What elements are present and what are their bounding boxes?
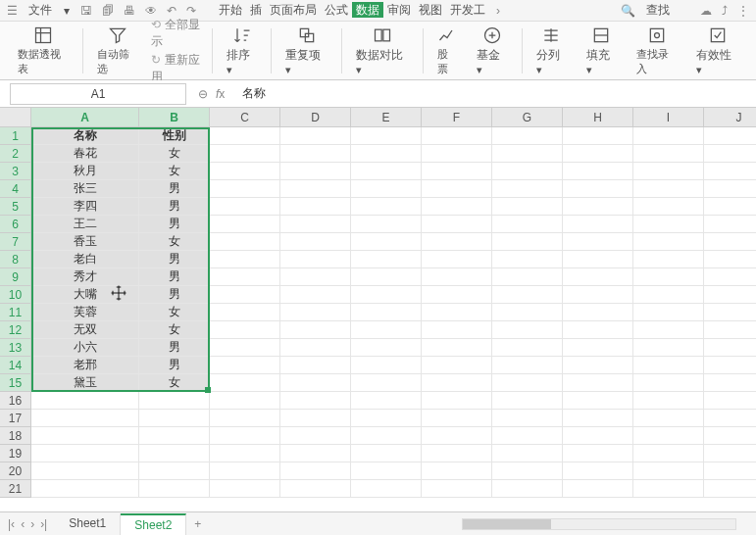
cell[interactable] <box>704 216 756 233</box>
cell[interactable] <box>351 339 422 357</box>
cell[interactable] <box>492 180 563 198</box>
row-header[interactable]: 14 <box>0 357 31 374</box>
stocks-button[interactable]: 股票 <box>428 22 468 79</box>
cell[interactable] <box>704 233 756 251</box>
column-header[interactable]: I <box>633 108 704 127</box>
column-header[interactable]: C <box>210 108 280 127</box>
row-header[interactable]: 18 <box>0 427 31 445</box>
horizontal-scrollbar[interactable] <box>209 518 756 530</box>
cell[interactable]: 女 <box>139 233 210 251</box>
first-sheet-icon[interactable]: |‹ <box>6 517 17 531</box>
autofilter-button[interactable]: 自动筛选 <box>87 22 148 79</box>
cell[interactable] <box>704 392 756 410</box>
cell[interactable]: 女 <box>139 304 210 321</box>
cell[interactable] <box>633 198 704 216</box>
cell[interactable] <box>210 357 280 374</box>
preview-icon[interactable]: 👁 <box>142 4 160 18</box>
menu-tab-2[interactable]: 页面布局 <box>266 3 321 17</box>
cell[interactable] <box>563 321 633 339</box>
menu-tab-6[interactable]: 视图 <box>415 3 446 17</box>
cell[interactable] <box>563 374 633 392</box>
cell[interactable] <box>280 357 351 374</box>
row-header[interactable]: 6 <box>0 216 31 233</box>
cell[interactable] <box>633 233 704 251</box>
row-header[interactable]: 8 <box>0 251 31 268</box>
column-header[interactable]: J <box>704 108 756 127</box>
cell[interactable] <box>210 127 280 145</box>
row-header[interactable]: 2 <box>0 145 31 163</box>
cell[interactable]: 男 <box>139 268 210 286</box>
cell[interactable] <box>422 374 492 392</box>
cell[interactable]: 黛玉 <box>31 374 139 392</box>
cell[interactable]: 男 <box>139 180 210 198</box>
cloud-icon[interactable]: ☁ <box>697 4 715 18</box>
cell[interactable] <box>351 462 422 480</box>
column-header[interactable]: G <box>492 108 563 127</box>
cell[interactable] <box>422 410 492 427</box>
cell[interactable] <box>139 445 210 462</box>
cell[interactable] <box>633 445 704 462</box>
cell[interactable] <box>210 480 280 498</box>
cell[interactable] <box>704 427 756 445</box>
cell[interactable] <box>422 180 492 198</box>
cell[interactable] <box>210 180 280 198</box>
column-header[interactable]: A <box>31 108 139 127</box>
cell[interactable] <box>210 321 280 339</box>
spreadsheet-grid[interactable]: ABCDEFGHIJ 12345678910111213141516171819… <box>0 108 756 511</box>
cell[interactable]: 芙蓉 <box>31 304 139 321</box>
cell[interactable] <box>563 198 633 216</box>
cell[interactable] <box>563 480 633 498</box>
cell[interactable] <box>704 304 756 321</box>
cell[interactable] <box>633 392 704 410</box>
cell[interactable] <box>139 392 210 410</box>
cell[interactable] <box>492 233 563 251</box>
dropdown-icon[interactable]: ▾ <box>60 4 74 18</box>
formula-input[interactable]: 名称 <box>236 85 756 102</box>
cell[interactable] <box>422 357 492 374</box>
cell[interactable] <box>563 286 633 304</box>
save-icon[interactable]: 🖫 <box>77 4 95 18</box>
cell[interactable] <box>210 462 280 480</box>
cell[interactable] <box>633 286 704 304</box>
cell[interactable] <box>422 286 492 304</box>
cell[interactable]: 女 <box>139 374 210 392</box>
next-sheet-icon[interactable]: › <box>28 517 36 531</box>
cell[interactable] <box>704 251 756 268</box>
cell[interactable] <box>422 163 492 180</box>
row-header[interactable]: 12 <box>0 321 31 339</box>
cell[interactable] <box>351 321 422 339</box>
cell[interactable] <box>633 216 704 233</box>
cell[interactable] <box>210 374 280 392</box>
cell[interactable] <box>422 145 492 163</box>
cell[interactable] <box>704 321 756 339</box>
cell[interactable] <box>351 357 422 374</box>
cell[interactable] <box>351 445 422 462</box>
cell[interactable] <box>351 410 422 427</box>
cell[interactable] <box>210 392 280 410</box>
add-sheet-button[interactable]: + <box>186 517 209 531</box>
cell[interactable] <box>422 321 492 339</box>
cell[interactable] <box>563 357 633 374</box>
cell[interactable] <box>492 321 563 339</box>
save-as-icon[interactable]: 🗐 <box>99 4 117 18</box>
cell[interactable] <box>563 233 633 251</box>
cell[interactable] <box>633 462 704 480</box>
cell[interactable] <box>563 410 633 427</box>
cell[interactable] <box>422 480 492 498</box>
cell[interactable] <box>704 480 756 498</box>
cell[interactable] <box>422 198 492 216</box>
cell[interactable] <box>563 268 633 286</box>
cell[interactable] <box>422 445 492 462</box>
cell[interactable] <box>280 410 351 427</box>
prev-sheet-icon[interactable]: ‹ <box>19 517 26 531</box>
row-header[interactable]: 9 <box>0 268 31 286</box>
cell[interactable] <box>139 410 210 427</box>
sheet-tab[interactable]: Sheet2 <box>121 513 186 535</box>
select-all-corner[interactable] <box>0 108 31 127</box>
compare-button[interactable]: 数据对比 ▾ <box>346 22 419 79</box>
cell[interactable] <box>280 163 351 180</box>
cell[interactable]: 老白 <box>31 251 139 268</box>
cell[interactable] <box>210 251 280 268</box>
cell[interactable] <box>31 480 139 498</box>
cell[interactable] <box>139 480 210 498</box>
